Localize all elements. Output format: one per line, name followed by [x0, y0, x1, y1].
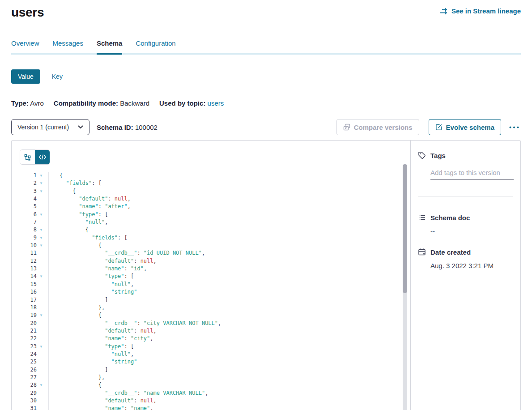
fold-caret-icon[interactable]: ▼ — [37, 172, 46, 179]
code-line: 5 "name": "after", — [20, 203, 410, 210]
code-line: 1▼{ — [20, 172, 410, 179]
code-line: 19▼ { — [20, 312, 410, 319]
line-number: 13 — [20, 265, 37, 273]
code-text: "default": null, — [48, 195, 131, 203]
code-line: 26 ] — [20, 366, 410, 374]
tab-configuration[interactable]: Configuration — [136, 39, 175, 53]
used-by-topic: Used by topic: users — [159, 99, 224, 107]
line-number: 2 — [20, 179, 37, 187]
code-text: }, — [48, 374, 105, 381]
editor-scrollbar-thumb[interactable] — [403, 164, 407, 293]
code-line: 29 "__crdb__": "name VARCHAR NULL", — [20, 389, 410, 397]
schema-type: Type: Avro — [11, 99, 44, 107]
code-text: "type": [ — [48, 211, 108, 218]
code-line: 22 "name": "city", — [20, 335, 410, 342]
line-number: 25 — [20, 358, 37, 366]
schema-id-label: Schema ID: — [97, 124, 133, 131]
stream-lineage-label: See in Stream lineage — [451, 7, 521, 15]
code-text: { — [48, 226, 89, 234]
code-text: "name": "id", — [48, 265, 147, 273]
fold-caret-icon[interactable]: ▼ — [37, 343, 46, 350]
line-number: 28 — [20, 381, 37, 389]
code-line: 10▼ { — [20, 242, 410, 249]
list-icon — [418, 214, 426, 222]
key-toggle-link[interactable]: Key — [52, 73, 63, 80]
fold-caret-icon[interactable]: ▼ — [37, 312, 46, 319]
code-view-button[interactable] — [35, 150, 50, 164]
value-key-toggle: Value Key — [11, 69, 521, 84]
add-tags-input[interactable] — [430, 169, 514, 179]
tab-overview[interactable]: Overview — [11, 39, 39, 53]
line-number: 31 — [20, 405, 37, 410]
line-number: 9 — [20, 234, 37, 242]
schema-doc-value: -- — [430, 227, 513, 235]
fold-caret-icon[interactable]: ▼ — [37, 179, 46, 187]
tag-icon — [418, 151, 426, 159]
code-text: ] — [48, 296, 108, 304]
code-line: 11 "__crdb__": "id UUID NOT NULL", — [20, 249, 410, 257]
code-text: "type": [ — [48, 273, 134, 280]
code-line: 25 "string" — [20, 358, 410, 366]
code-text: "__crdb__": "city VARCHAR NOT NULL", — [48, 320, 221, 327]
code-text: }, — [48, 304, 105, 312]
code-text: "default": null, — [48, 327, 157, 335]
fold-caret-icon[interactable]: ▼ — [37, 234, 46, 242]
code-line: 4 "default": null, — [20, 195, 410, 203]
compare-versions-label: Compare versions — [354, 124, 413, 131]
line-number: 5 — [20, 203, 37, 210]
line-number: 1 — [20, 172, 37, 179]
code-text: "null", — [48, 281, 134, 288]
version-select-value: Version 1 (current) — [17, 124, 69, 131]
page-header: users See in Stream lineage — [11, 0, 521, 20]
editor-scrollbar[interactable] — [403, 164, 407, 410]
code-line: 16 "string" — [20, 288, 410, 296]
compat-label: Compatibility mode: — [54, 99, 118, 107]
schema-detail-panel: 1▼{2▼ "fields": [3▼ {4 "default": null,5… — [11, 140, 521, 410]
line-number: 24 — [20, 350, 37, 358]
code-lines[interactable]: 1▼{2▼ "fields": [3▼ {4 "default": null,5… — [20, 172, 410, 410]
code-line: 20 "__crdb__": "city VARCHAR NOT NULL", — [20, 320, 410, 327]
code-text: "name": "after", — [48, 203, 131, 210]
compare-versions-button[interactable]: Compare versions — [336, 119, 419, 135]
see-in-stream-lineage-link[interactable]: See in Stream lineage — [439, 7, 521, 15]
code-line: 6▼ "type": [ — [20, 211, 410, 218]
code-text: { — [48, 172, 63, 179]
schema-id: Schema ID: 100002 — [97, 124, 157, 131]
line-number: 26 — [20, 366, 37, 374]
code-line: 15 "null", — [20, 281, 410, 288]
fold-caret-icon[interactable]: ▼ — [37, 188, 46, 195]
sidebar-divider — [418, 196, 513, 196]
stream-lineage-icon — [439, 8, 448, 15]
code-text: "__crdb__": "id UUID NOT NULL", — [48, 249, 205, 257]
line-number: 29 — [20, 389, 37, 397]
tree-view-button[interactable] — [20, 150, 35, 164]
more-actions-button[interactable] — [507, 124, 521, 131]
tab-schema[interactable]: Schema — [97, 39, 123, 53]
code-line: 14▼ "type": [ — [20, 273, 410, 280]
version-select[interactable]: Version 1 (current) — [11, 119, 89, 135]
tags-section-heading: Tags — [418, 151, 513, 159]
fold-caret-icon[interactable]: ▼ — [37, 242, 46, 249]
schema-doc-heading: Schema doc — [418, 214, 513, 222]
value-toggle-button[interactable]: Value — [11, 69, 40, 84]
fold-caret-icon[interactable]: ▼ — [37, 273, 46, 280]
line-number: 12 — [20, 257, 37, 265]
tags-heading-label: Tags — [430, 152, 446, 159]
schema-editor: 1▼{2▼ "fields": [3▼ {4 "default": null,5… — [12, 141, 410, 410]
code-text: "default": null, — [48, 257, 157, 265]
code-line: 12 "default": null, — [20, 257, 410, 265]
evolve-schema-label: Evolve schema — [446, 124, 494, 131]
schema-doc-label: Schema doc — [430, 214, 470, 222]
chevron-down-icon — [78, 125, 83, 129]
code-text: "name": "name", — [48, 405, 153, 410]
code-brackets-icon — [39, 154, 46, 160]
fold-caret-icon[interactable]: ▼ — [37, 226, 46, 234]
topic-link[interactable]: users — [208, 99, 224, 107]
version-controls: Version 1 (current) Schema ID: 100002 Co… — [11, 119, 521, 135]
fold-caret-icon[interactable]: ▼ — [37, 381, 46, 389]
code-text: { — [48, 242, 102, 249]
evolve-schema-button[interactable]: Evolve schema — [429, 119, 501, 135]
tab-messages[interactable]: Messages — [53, 39, 83, 53]
type-value: Avro — [30, 99, 44, 107]
fold-caret-icon[interactable]: ▼ — [37, 211, 46, 218]
